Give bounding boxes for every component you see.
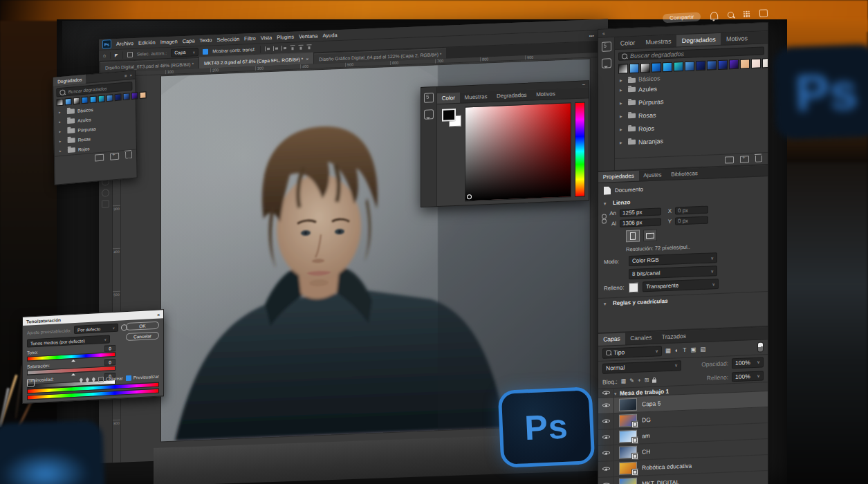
apps-grid-icon[interactable] — [744, 10, 750, 17]
layer-visibility-toggle[interactable] — [598, 461, 614, 477]
auto-select-checkbox[interactable] — [127, 52, 133, 57]
lock-artboard-icon[interactable]: ⊞ — [645, 377, 649, 383]
tab-canales[interactable]: Canales — [625, 332, 657, 345]
tab-color[interactable]: Color — [615, 37, 640, 50]
width-field[interactable]: 1255 px — [620, 208, 661, 217]
close-icon[interactable]: × — [306, 56, 308, 61]
new-gradient-icon[interactable] — [740, 156, 749, 163]
menu-filtro[interactable]: Filtro — [244, 35, 256, 42]
landscape-orientation-button[interactable] — [643, 230, 657, 242]
gradient-swatch[interactable] — [115, 93, 122, 101]
auto-select-dropdown[interactable]: Capa ∨ — [171, 48, 198, 57]
lock-transparency-icon[interactable]: ▦ — [621, 378, 627, 384]
layer-visibility-toggle[interactable] — [598, 429, 614, 445]
gradient-swatch[interactable] — [90, 95, 97, 103]
menu-capa[interactable]: Capa — [183, 37, 195, 44]
history-panel-icon[interactable] — [424, 93, 434, 103]
align-left-icon[interactable] — [265, 46, 270, 51]
new-gradient-icon[interactable] — [110, 153, 119, 160]
y-field[interactable]: 0 px — [675, 216, 708, 225]
tab-motivos[interactable]: Motivos — [721, 32, 752, 45]
tab-capas[interactable]: Capas — [598, 333, 625, 345]
menu-archivo[interactable]: Archivo — [116, 40, 133, 47]
slider-thumb[interactable] — [71, 357, 75, 362]
close-icon[interactable]: × — [130, 73, 133, 77]
align-top-icon[interactable] — [290, 45, 295, 50]
align-right-icon[interactable] — [281, 46, 287, 50]
gradient-swatch[interactable] — [740, 59, 750, 69]
tab-muestras[interactable]: Muestras — [460, 91, 492, 103]
cancel-button[interactable]: Cancelar — [126, 332, 159, 342]
slider-value-field[interactable]: 0 — [104, 359, 116, 366]
layer-filter-dropdown[interactable]: Tipo ∨ — [602, 346, 662, 358]
menu-ayuda[interactable]: Ayuda — [322, 32, 337, 39]
targeted-adjustment-icon[interactable] — [27, 379, 35, 387]
tab-motivos[interactable]: Motivos — [531, 89, 560, 100]
opacity-field[interactable]: 100% ∨ — [732, 357, 764, 369]
slider-value-field[interactable]: 0 — [104, 345, 116, 352]
gradient-swatch[interactable] — [674, 62, 683, 72]
gradient-swatch[interactable] — [131, 92, 138, 100]
share-button[interactable]: Compartir — [663, 12, 701, 23]
color-picker-handle[interactable] — [467, 194, 472, 199]
gradient-swatch[interactable] — [707, 60, 717, 71]
more-options-icon[interactable]: ••• — [589, 33, 594, 38]
tab-muestras[interactable]: Muestras — [640, 35, 676, 48]
panel-menu-icon[interactable]: ≡ — [124, 73, 127, 77]
lock-all-icon[interactable] — [652, 379, 656, 382]
restore-window-icon[interactable] — [759, 9, 768, 17]
screen-mode-icon[interactable] — [102, 189, 109, 196]
gradient-swatch[interactable] — [618, 64, 628, 74]
align-center-icon[interactable] — [273, 46, 279, 51]
new-group-icon[interactable] — [95, 154, 104, 162]
preset-dropdown[interactable]: Por defecto ∨ — [74, 324, 118, 334]
search-icon[interactable] — [728, 11, 734, 17]
menu-selección[interactable]: Selección — [217, 36, 240, 43]
tab-color[interactable]: Color — [437, 93, 460, 104]
delete-icon[interactable] — [755, 155, 762, 162]
slider-thumb[interactable] — [71, 371, 75, 375]
gradient-swatch[interactable] — [762, 58, 768, 68]
history-panel-icon[interactable] — [602, 41, 611, 52]
layer-filter-icon[interactable]: ▤ — [700, 346, 705, 353]
eyedropper-minus-icon[interactable] — [92, 377, 95, 382]
fill-color-swatch[interactable] — [629, 283, 638, 293]
layer-filter-icon[interactable]: T — [683, 346, 686, 353]
tool-icon[interactable] — [102, 200, 109, 207]
height-field[interactable]: 1306 px — [620, 218, 661, 227]
tab-degradados[interactable]: Degradados — [53, 75, 86, 86]
menu-ventana[interactable]: Ventana — [299, 32, 318, 39]
lock-position-icon[interactable]: + — [638, 378, 641, 384]
ok-button[interactable]: OK — [126, 322, 159, 331]
photoshop-app-icon[interactable]: Ps — [102, 39, 111, 49]
menu-edición[interactable]: Edición — [138, 39, 156, 46]
new-group-icon[interactable] — [725, 156, 734, 164]
filter-toggle-icon[interactable] — [757, 342, 764, 352]
gradient-swatch[interactable] — [123, 93, 130, 100]
blend-mode-dropdown[interactable]: Normal ∨ — [602, 360, 681, 374]
align-middle-icon[interactable] — [298, 45, 303, 50]
show-transform-checkbox[interactable] — [203, 48, 208, 54]
minimize-icon[interactable]: – — [582, 82, 585, 86]
notifications-bell-icon[interactable] — [710, 12, 719, 20]
gradient-swatch[interactable] — [629, 64, 639, 74]
close-icon[interactable]: × — [157, 312, 160, 317]
align-bottom-icon[interactable] — [306, 44, 311, 50]
gradient-swatch[interactable] — [57, 99, 64, 106]
foreground-color-swatch[interactable] — [442, 109, 456, 122]
layer-filter-icon[interactable]: ▦ — [665, 347, 671, 354]
tab-degradados[interactable]: Degradados — [676, 33, 721, 47]
gradient-swatch[interactable] — [73, 97, 80, 105]
gradient-swatch[interactable] — [663, 62, 672, 73]
gradient-swatch[interactable] — [685, 62, 694, 72]
gradient-swatch[interactable] — [640, 63, 650, 73]
hue-slider[interactable] — [575, 102, 585, 197]
tab-propiedades[interactable]: Propiedades — [598, 171, 639, 183]
gradient-swatch[interactable] — [729, 59, 739, 70]
preview-checkbox[interactable] — [126, 375, 131, 380]
layer-visibility-toggle[interactable] — [598, 413, 614, 429]
gradient-swatch[interactable] — [65, 98, 72, 106]
gradient-swatch[interactable] — [107, 94, 113, 102]
delete-icon[interactable] — [125, 151, 132, 159]
foreground-background-swatches[interactable] — [441, 107, 461, 203]
